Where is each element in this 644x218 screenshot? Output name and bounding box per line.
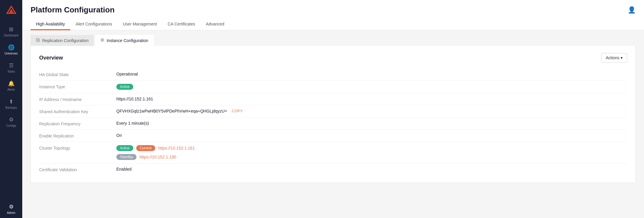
- overview-header: Overview Actions ▾: [39, 53, 627, 62]
- value-certificate-validation: Enabled: [116, 167, 627, 171]
- row-ha-global-state: HA Global State Operational: [39, 68, 627, 81]
- copy-icon: [36, 38, 40, 43]
- value-ha-global-state: Operational: [116, 72, 627, 76]
- badge-active-topology: Active: [116, 145, 133, 151]
- topology-link-2[interactable]: https://10.152.1.190: [139, 155, 176, 159]
- sidebar-item-backups[interactable]: ⬆ Backups: [0, 95, 22, 113]
- label-ha-global-state: HA Global State: [39, 72, 116, 77]
- tasks-icon: ☰: [9, 62, 14, 69]
- alerts-icon: 🔔: [8, 80, 15, 87]
- main-content: Platform Configuration 👤 High Availabili…: [22, 0, 644, 218]
- sub-tabs-bar: Replication Configuration Instance Confi…: [22, 30, 644, 46]
- badge-standby: Standby: [116, 154, 137, 160]
- backups-icon: ⬆: [9, 98, 13, 105]
- row-replication-frequency: Replication Frequency Every 1 minute(s): [39, 118, 627, 130]
- sidebar-item-configs[interactable]: ⚙ Configs: [0, 113, 22, 131]
- admin-icon: ⚙: [9, 203, 14, 210]
- row-instance-type: Instance Type Active: [39, 81, 627, 93]
- label-cluster-topology: Cluster Topology: [39, 145, 116, 150]
- topology-link-1[interactable]: https://10.152.1.161: [158, 146, 195, 150]
- sub-tab-replication-configuration[interactable]: Replication Configuration: [31, 35, 94, 46]
- sidebar-item-universes[interactable]: 🌐 Universes: [0, 41, 22, 59]
- topology-node-2: Standby https://10.152.1.190: [116, 154, 195, 160]
- actions-button[interactable]: Actions ▾: [601, 53, 627, 62]
- sidebar-item-tasks-label: Tasks: [7, 70, 15, 73]
- tab-advanced[interactable]: Advanced: [201, 19, 230, 30]
- user-icon[interactable]: 👤: [628, 6, 636, 14]
- sub-tab-instance-label: Instance Configuration: [107, 38, 148, 43]
- header: Platform Configuration 👤 High Availabili…: [22, 0, 644, 30]
- sidebar-item-admin-label: Admin: [7, 211, 15, 214]
- topology-rows: Active Current https://10.152.1.161 Stan…: [116, 145, 195, 160]
- sidebar-item-alerts[interactable]: 🔔 Alerts: [0, 77, 22, 95]
- universes-icon: 🌐: [8, 44, 15, 51]
- label-instance-type: Instance Type: [39, 84, 116, 89]
- instance-config-icon: [100, 38, 104, 43]
- sidebar-item-dashboard[interactable]: ⊞ Dashboard: [0, 23, 22, 41]
- tab-high-availability[interactable]: High Availability: [31, 19, 70, 30]
- sidebar-item-alerts-label: Alerts: [7, 88, 15, 91]
- value-shared-auth-key: QFVHXGqlz1wPwHB0Y5vlPDePhVwH+eqa+QHGLjdq…: [116, 109, 627, 113]
- tab-ca-certificates[interactable]: CA Certificates: [162, 19, 201, 30]
- row-enable-replication: Enable Replication On: [39, 130, 627, 142]
- row-ip-address: IP Address / Hostname https://10.152.1.1…: [39, 93, 627, 105]
- row-shared-auth-key: Shared Authentication Key QFVHXGqlz1wPwH…: [39, 105, 627, 118]
- content-area: Replication Configuration Instance Confi…: [22, 30, 644, 218]
- tab-alert-configurations[interactable]: Alert Configurations: [70, 19, 118, 30]
- nav-tabs: High Availability Alert Configurations U…: [31, 19, 636, 30]
- tab-user-management[interactable]: User Management: [118, 19, 162, 30]
- value-cluster-topology: Active Current https://10.152.1.161 Stan…: [116, 145, 627, 160]
- label-shared-auth-key: Shared Authentication Key: [39, 109, 116, 114]
- sidebar-item-backups-label: Backups: [5, 106, 17, 109]
- sidebar: ⊞ Dashboard 🌐 Universes ☰ Tasks 🔔 Alerts…: [0, 0, 22, 218]
- logo[interactable]: [4, 3, 19, 20]
- configs-icon: ⚙: [9, 116, 14, 123]
- copy-button[interactable]: COPY: [232, 109, 243, 113]
- label-ip-address: IP Address / Hostname: [39, 97, 116, 102]
- value-ip-address: https://10.152.1.161: [116, 97, 627, 101]
- row-cluster-topology: Cluster Topology Active Current https://…: [39, 142, 627, 164]
- sidebar-item-tasks[interactable]: ☰ Tasks: [0, 59, 22, 77]
- topology-node-1: Active Current https://10.152.1.161: [116, 145, 195, 151]
- svg-rect-2: [37, 39, 39, 42]
- value-instance-type: Active: [116, 84, 627, 90]
- dashboard-icon: ⊞: [9, 26, 13, 33]
- badge-current: Current: [136, 145, 155, 151]
- overview-card: Overview Actions ▾ HA Global State Opera…: [31, 46, 636, 183]
- auth-key-value: QFVHXGqlz1wPwHB0Y5vlPDePhVwH+eqa+QHGLjdq…: [116, 109, 227, 113]
- label-certificate-validation: Certificate Validation: [39, 167, 116, 172]
- row-certificate-validation: Certificate Validation Enabled: [39, 164, 627, 175]
- badge-active-instance: Active: [116, 84, 133, 90]
- svg-rect-3: [37, 39, 39, 41]
- sidebar-item-universes-label: Universes: [4, 52, 18, 55]
- sub-tab-instance-configuration[interactable]: Instance Configuration: [95, 35, 153, 46]
- label-replication-frequency: Replication Frequency: [39, 121, 116, 126]
- label-enable-replication: Enable Replication: [39, 133, 116, 138]
- value-replication-frequency: Every 1 minute(s): [116, 121, 627, 126]
- sidebar-item-dashboard-label: Dashboard: [4, 34, 18, 37]
- overview-title: Overview: [39, 55, 63, 61]
- sidebar-item-admin[interactable]: ⚙ Admin: [0, 200, 22, 218]
- page-title: Platform Configuration: [31, 5, 115, 15]
- value-enable-replication: On: [116, 133, 627, 138]
- sidebar-item-configs-label: Configs: [6, 124, 16, 127]
- svg-point-4: [102, 39, 103, 41]
- sub-tab-replication-label: Replication Configuration: [42, 38, 88, 43]
